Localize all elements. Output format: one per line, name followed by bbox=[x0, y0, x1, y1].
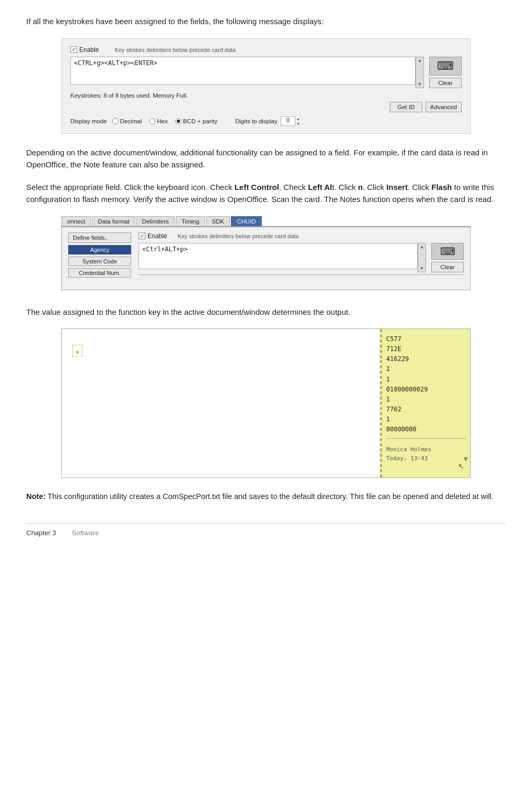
screenshot-3: ■ C577 712E 416229 1 1 01000000029 1 776… bbox=[61, 328, 471, 478]
para1: Depending on the active document/window,… bbox=[26, 146, 506, 171]
corner-mark: ■ bbox=[76, 349, 79, 355]
note-scroll-arrow[interactable]: ▼ bbox=[464, 453, 468, 464]
note-time: Today, 13:43 bbox=[386, 454, 466, 463]
display-mode-label: Display mode bbox=[70, 118, 107, 124]
display-mode-row: Display mode Decimal Hex BCD + parity Di… bbox=[70, 116, 462, 126]
enable-checkbox[interactable]: ✓ bbox=[70, 46, 77, 53]
clear-button-2[interactable]: Clear bbox=[431, 262, 464, 272]
note-value-1: C577 bbox=[386, 334, 466, 344]
dashed-selection-border: ■ bbox=[72, 345, 82, 357]
note-value-10: 00000000 bbox=[386, 425, 466, 434]
note-value-4: 1 bbox=[386, 364, 466, 374]
digits-label: Digits to display bbox=[235, 118, 278, 124]
note-value-3: 416229 bbox=[386, 354, 466, 364]
tab-timing[interactable]: Timing bbox=[176, 216, 205, 226]
para2-part1: Select the appropriate field. Click the … bbox=[26, 183, 235, 192]
hex-label: Hex bbox=[157, 118, 167, 124]
keystroke-panel: ✓ Enable Key strokes delimiters below pr… bbox=[139, 232, 464, 284]
hex-radio-circle[interactable] bbox=[149, 118, 155, 124]
scroll-down-arrow[interactable]: ▼ bbox=[418, 82, 422, 87]
scroll-up-2[interactable]: ▲ bbox=[420, 245, 424, 249]
note-sidebar: C577 712E 416229 1 1 01000000029 1 7762 … bbox=[381, 329, 470, 478]
hex-radio[interactable]: Hex bbox=[149, 118, 167, 124]
clear-button-1[interactable]: Clear bbox=[429, 78, 462, 88]
keystroke-row-2: <Ctrl+ALT+p> ▲ ▼ ⌨ Clear bbox=[139, 243, 464, 272]
footer-section: Software bbox=[72, 529, 99, 537]
tab-chuid[interactable]: CHUID bbox=[231, 216, 261, 226]
intro-text: If all the keystrokes have been assigned… bbox=[26, 16, 506, 28]
tab-delimiters[interactable]: Delimiters bbox=[136, 216, 175, 226]
empty-spreadsheet-cells bbox=[62, 362, 380, 478]
para2-part2: . Check bbox=[279, 183, 308, 192]
scroll-up-arrow[interactable]: ▲ bbox=[418, 58, 422, 63]
keyboard-icon-button-2[interactable]: ⌨ bbox=[431, 243, 464, 260]
keyboard-icon-button[interactable]: ⌨ bbox=[429, 57, 462, 76]
digits-down-arrow[interactable]: ▼ bbox=[296, 121, 300, 126]
status-line: Keystrokes: 8 of 8 bytes used. Memory Fu… bbox=[70, 92, 462, 99]
get-id-button[interactable]: Get ID bbox=[390, 102, 422, 112]
footer-chapter: Chapter 3 bbox=[26, 529, 56, 537]
note-value-5: 1 bbox=[386, 375, 466, 385]
note-value-7: 1 bbox=[386, 395, 466, 405]
para2-bold2: Left Al bbox=[308, 183, 332, 192]
tab-bar: onnect Data format Delimiters Timing SDK… bbox=[61, 216, 471, 227]
note-author: Monica Holmes bbox=[386, 445, 466, 454]
enable-label: Enable bbox=[79, 46, 99, 54]
decimal-label: Decimal bbox=[120, 118, 142, 124]
textarea-scrollbar-2[interactable]: ▲ ▼ bbox=[418, 243, 426, 272]
note-value-9: 1 bbox=[386, 415, 466, 425]
para2: Select the appropriate field. Click the … bbox=[26, 181, 506, 206]
keystroke-hint: Key strokes delimiters below precede car… bbox=[114, 47, 236, 53]
screenshot-2: onnect Data format Delimiters Timing SDK… bbox=[61, 216, 471, 290]
keystroke-hint-2: Key strokes delimiters below precede car… bbox=[177, 233, 299, 239]
enable-label-2: Enable bbox=[147, 232, 167, 240]
agency-field-button[interactable]: Agency bbox=[68, 245, 131, 254]
enable-row-2: ✓ Enable Key strokes delimiters below pr… bbox=[139, 232, 464, 240]
tab-sdk[interactable]: SDK bbox=[206, 216, 230, 226]
note-text: This configuration utility creates a Com… bbox=[46, 492, 494, 501]
note-value-8: 7762 bbox=[386, 405, 466, 415]
enable-checkbox-2[interactable]: ✓ bbox=[139, 232, 145, 239]
bcd-radio[interactable]: BCD + parity bbox=[175, 118, 218, 124]
note-value-2: 712E bbox=[386, 344, 466, 354]
scroll-down-2[interactable]: ▼ bbox=[420, 266, 424, 271]
note-box: Note: This configuration utility creates… bbox=[26, 491, 506, 502]
para2-bold3: n bbox=[358, 183, 363, 192]
screenshot-1: ✓ Enable Key strokes delimiters below pr… bbox=[61, 38, 471, 134]
decimal-radio-circle[interactable] bbox=[112, 118, 119, 124]
note-data-values: C577 712E 416229 1 1 01000000029 1 7762 … bbox=[386, 334, 466, 435]
page-footer: Chapter 3 Software bbox=[26, 523, 506, 537]
system-code-field-button[interactable]: System Code bbox=[68, 257, 131, 266]
keystroke-textarea-2[interactable]: <Ctrl+ALT+p> bbox=[139, 243, 418, 269]
note-footer: Monica Holmes Today, 13:43 bbox=[386, 438, 466, 463]
digits-input[interactable]: 0 bbox=[281, 116, 295, 126]
note-label: Note: bbox=[26, 492, 46, 501]
right-button-col: ⌨ Clear bbox=[429, 57, 462, 88]
para2-bold5: Flash bbox=[431, 183, 452, 192]
define-fields-button[interactable]: Define fields.. bbox=[68, 232, 131, 243]
para2-part5: . Click bbox=[408, 183, 431, 192]
tab-content: Define fields.. Agency System Code Crede… bbox=[61, 227, 471, 290]
para3: The value assigned to the function key i… bbox=[26, 306, 506, 318]
divider-line bbox=[139, 274, 464, 275]
para2-part3: t. Click bbox=[332, 183, 358, 192]
textarea-scrollbar[interactable]: ▲ ▼ bbox=[416, 57, 424, 88]
right-btn-col-2: ⌨ Clear bbox=[431, 243, 464, 272]
cursor-icon: ↖ bbox=[458, 458, 464, 473]
credential-num-field-button[interactable]: Credential Num. bbox=[68, 268, 131, 278]
para2-bold4: Insert bbox=[386, 183, 408, 192]
note-value-6: 01000000029 bbox=[386, 385, 466, 395]
bcd-radio-circle[interactable] bbox=[175, 118, 182, 124]
digits-spinner[interactable]: ▲ ▼ bbox=[296, 116, 300, 126]
para2-bold1: Left Control bbox=[235, 183, 279, 192]
decimal-radio[interactable]: Decimal bbox=[112, 118, 142, 124]
digits-up-arrow[interactable]: ▲ bbox=[296, 116, 300, 121]
spreadsheet-area: ■ bbox=[62, 329, 381, 478]
tab-connect[interactable]: onnect bbox=[61, 216, 91, 226]
advanced-button[interactable]: Advanced bbox=[425, 102, 462, 112]
tab-data-format[interactable]: Data format bbox=[92, 216, 135, 226]
fields-panel: Define fields.. Agency System Code Crede… bbox=[68, 232, 131, 284]
bcd-label: BCD + parity bbox=[183, 118, 218, 124]
keystroke-textarea[interactable]: <CTRL+g><ALT+p><ENTER> bbox=[70, 57, 416, 85]
para2-part4: . Click bbox=[363, 183, 386, 192]
